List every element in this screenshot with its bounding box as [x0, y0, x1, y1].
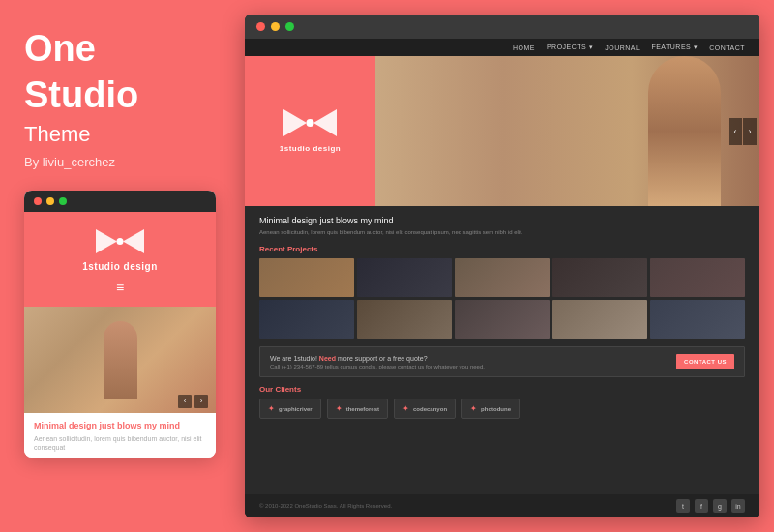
client-icon-3: ✦ — [402, 404, 409, 413]
project-thumb-10[interactable] — [650, 300, 745, 339]
mobile-hamburger-icon[interactable]: ≡ — [116, 280, 124, 295]
description-text: Aenean sollicitudin, lorem quis bibendum… — [259, 228, 745, 237]
site-navigation: HOME PROJECTS ▾ JOURNAL FEATURES ▾ CONTA… — [245, 39, 759, 56]
client-graphicriver: ✦ graphicriver — [259, 399, 321, 419]
mobile-hero-section: 1studio design ≡ — [24, 212, 216, 307]
headline-pink: Minimal design — [259, 216, 320, 225]
mobile-person-silhouette — [104, 321, 137, 399]
project-thumb-9[interactable] — [552, 300, 647, 339]
social-gplus[interactable]: g — [713, 499, 727, 513]
client-themeforest: ✦ themeforest — [327, 399, 388, 419]
mobile-caption-title: Minimal design just blows my mind — [34, 421, 206, 430]
title-line2: Studio — [24, 75, 138, 116]
contact-us-button[interactable]: CONTACT US — [676, 354, 734, 369]
browser-content: HOME PROJECTS ▾ JOURNAL FEATURES ▾ CONTA… — [245, 39, 759, 517]
client-name-3: codecanyon — [413, 406, 447, 412]
project-thumb-1[interactable] — [259, 258, 354, 297]
client-name-1: graphicriver — [279, 406, 313, 412]
hero-person-silhouette — [648, 56, 721, 206]
cta-bold: Need — [319, 355, 336, 362]
clients-heading: Our Clients — [259, 385, 745, 394]
mobile-dot-yellow — [46, 197, 54, 205]
project-thumb-2[interactable] — [357, 258, 452, 297]
browser-dot-green — [285, 22, 294, 31]
client-icon-1: ✦ — [268, 404, 275, 413]
mobile-caption-pink: just blows my mind — [100, 421, 181, 430]
left-panel: One Studio Theme By liviu_cerchez 1studi… — [0, 0, 240, 532]
nav-contact[interactable]: CONTACT — [709, 44, 745, 51]
mobile-top-bar — [24, 191, 216, 212]
social-linkedin[interactable]: in — [731, 499, 745, 513]
recent-projects-heading: Recent Projects — [259, 245, 745, 253]
browser-dot-yellow — [271, 22, 280, 31]
svg-point-2 — [117, 238, 124, 245]
mobile-prev-arrow[interactable]: ‹ — [178, 395, 192, 408]
project-thumb-8[interactable] — [455, 300, 550, 339]
mobile-logo-text: 1studio design — [82, 261, 158, 272]
social-twitter[interactable]: t — [676, 499, 690, 513]
mobile-mockup: 1studio design ≡ ‹ › Minimal design just… — [24, 191, 216, 458]
mobile-nav-arrows: ‹ › — [178, 395, 208, 408]
theme-subtitle: Theme — [24, 122, 138, 147]
svg-marker-4 — [313, 109, 337, 136]
right-panel: HOME PROJECTS ▾ JOURNAL FEATURES ▾ CONTA… — [240, 0, 774, 532]
cta-content: We are 1studio! Need more support or a f… — [270, 355, 485, 369]
client-icon-4: ✦ — [470, 404, 477, 413]
browser-top-bar — [245, 15, 759, 39]
cta-sub-text: Call (+1) 234-567-89 tellus cursus condi… — [270, 364, 485, 369]
site-footer: © 2010-2022 OneStudio Sass. All Rights R… — [245, 494, 759, 517]
mobile-dot-red — [34, 197, 42, 205]
hero-logo-box: 1studio design — [245, 56, 375, 206]
hero-logo-text: 1studio design — [280, 144, 341, 153]
project-thumb-5[interactable] — [650, 258, 745, 297]
client-icon-2: ✦ — [336, 404, 342, 413]
cta-bar: We are 1studio! Need more support or a f… — [259, 346, 745, 377]
headline-white: just blows my mind — [320, 216, 394, 225]
browser-window: HOME PROJECTS ▾ JOURNAL FEATURES ▾ CONTA… — [245, 15, 759, 517]
project-thumb-7[interactable] — [357, 300, 452, 339]
svg-marker-0 — [96, 229, 117, 253]
mobile-dot-green — [59, 197, 67, 205]
social-facebook[interactable]: f — [695, 499, 708, 513]
cta-prefix: We are 1studio! — [270, 355, 319, 362]
nav-home[interactable]: HOME — [513, 44, 535, 51]
client-name-4: photodune — [481, 406, 511, 412]
title-line1: One — [24, 29, 138, 70]
mobile-logo-bowtie — [96, 229, 144, 253]
project-thumb-6[interactable] — [259, 300, 354, 339]
mobile-next-arrow[interactable]: › — [194, 395, 208, 408]
nav-features[interactable]: FEATURES ▾ — [651, 44, 698, 51]
mobile-caption: Minimal design just blows my mind Aenean… — [24, 413, 216, 458]
clients-grid: ✦ graphicriver ✦ themeforest ✦ codecanyo… — [259, 399, 745, 419]
site-main: Minimal design just blows my mind Aenean… — [245, 206, 759, 494]
project-thumb-3[interactable] — [455, 258, 550, 297]
mobile-caption-normal: Minimal design — [34, 421, 100, 430]
projects-grid — [259, 258, 745, 339]
svg-point-5 — [307, 119, 314, 127]
mobile-hero-image: ‹ › — [24, 307, 216, 413]
cta-main-text: We are 1studio! Need more support or a f… — [270, 355, 485, 362]
nav-projects[interactable]: PROJECTS ▾ — [547, 44, 593, 51]
footer-copyright: © 2010-2022 OneStudio Sass. All Rights R… — [259, 503, 392, 509]
hero-prev-arrow[interactable]: ‹ — [729, 118, 742, 145]
nav-journal[interactable]: JOURNAL — [605, 44, 640, 51]
project-thumb-4[interactable] — [552, 258, 647, 297]
browser-dot-red — [256, 22, 265, 31]
headline: Minimal design just blows my mind — [259, 216, 745, 225]
client-photodune: ✦ photodune — [461, 399, 520, 419]
cta-suffix: more support or a free quote? — [336, 355, 428, 362]
hero-next-arrow[interactable]: › — [743, 118, 757, 145]
hero-image-area: › ‹ — [375, 56, 759, 206]
site-hero: 1studio design › ‹ — [245, 56, 759, 206]
svg-marker-3 — [283, 109, 307, 136]
client-codecanyon: ✦ codecanyon — [394, 399, 456, 419]
theme-title: One Studio Theme By liviu_cerchez — [24, 29, 138, 191]
client-name-2: themeforest — [346, 406, 379, 412]
social-links: t f g in — [676, 499, 745, 513]
svg-marker-1 — [123, 229, 144, 253]
mobile-caption-text: Aenean sollicitudin, lorem quis bibendum… — [34, 434, 206, 454]
author-label: By liviu_cerchez — [24, 155, 138, 169]
